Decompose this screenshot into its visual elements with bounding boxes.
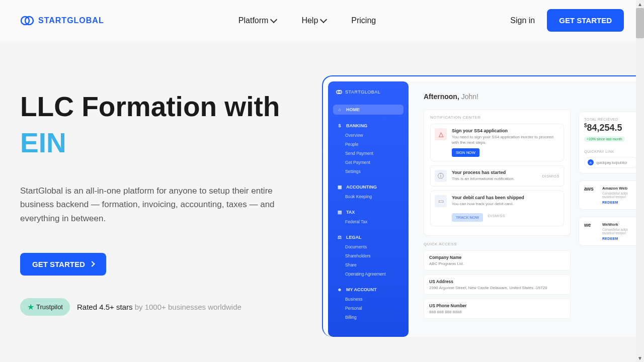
hero-description: StartGlobal is an all-in-one platform fo… bbox=[20, 184, 302, 225]
accounting-icon: ▦ bbox=[337, 185, 342, 190]
qa-phone-label: US Phone Number bbox=[429, 303, 565, 308]
notification-sign-ss4: △ Sign your SS4 application You need to … bbox=[430, 124, 564, 161]
mock-sidebar: STARTGLOBAL ⌂ HOME $ BANKING Overview Pe… bbox=[328, 81, 409, 337]
sidebar-sub-people[interactable]: People bbox=[333, 140, 404, 149]
signin-link[interactable]: Sign in bbox=[510, 16, 535, 25]
legal-icon: ⚖ bbox=[337, 235, 342, 240]
wework-desc: Consectetur adipi eiusmod tempor. bbox=[602, 228, 638, 235]
hero-get-started-button[interactable]: GET STARTED bbox=[20, 253, 106, 276]
qa-company-value: ABC Programs Ltd. bbox=[429, 261, 565, 266]
quickpay-url: quickpay.to/publicr bbox=[596, 160, 627, 165]
sidebar-sub-documents[interactable]: Documents bbox=[333, 242, 404, 251]
aws-logo: aws bbox=[584, 186, 598, 192]
quick-access-company: Company Name ABC Programs Ltd. bbox=[424, 250, 571, 270]
redeem-wework-button[interactable]: REDEEM bbox=[602, 237, 638, 240]
trustpilot-label: Trustpilot bbox=[36, 303, 63, 311]
mock-brand: STARTGLOBAL bbox=[333, 89, 404, 95]
sidebar-item-banking[interactable]: $ BANKING bbox=[333, 121, 404, 131]
aws-desc: Consectetur adipi eiusmod tempor. bbox=[602, 192, 638, 199]
notification-debit-card: ▭ Your debit card has been shipped You c… bbox=[430, 191, 564, 226]
user-icon: ☻ bbox=[337, 287, 342, 292]
track-now-button[interactable]: TRACK NOW bbox=[452, 213, 483, 222]
sidebar-tax-label: TAX bbox=[346, 210, 355, 215]
quick-access-phone: US Phone Number 888 888 888 8888 bbox=[424, 299, 571, 319]
header-right: Sign in GET STARTED bbox=[510, 9, 624, 32]
brand-logo[interactable]: STARTGLOBAL bbox=[20, 16, 104, 26]
card-icon: ▭ bbox=[435, 195, 447, 207]
tax-icon: ▤ bbox=[337, 210, 342, 215]
sidebar-item-home[interactable]: ⌂ HOME bbox=[333, 105, 404, 115]
sidebar-account-label: MY ACCOUNT bbox=[346, 287, 377, 292]
brand-name: STARTGLOBAL bbox=[38, 16, 104, 25]
nav-help-label: Help bbox=[301, 16, 318, 25]
hero-cta-label: GET STARTED bbox=[32, 260, 85, 268]
top-nav: Platform Help Pricing bbox=[238, 16, 376, 25]
dismiss-button[interactable]: DISMISS bbox=[542, 174, 559, 178]
sidebar-sub-business[interactable]: Business bbox=[333, 295, 404, 304]
quick-access-address: US Address 2390 Argonne Street, New Cast… bbox=[424, 275, 571, 295]
scroll-up-icon[interactable]: ▲ bbox=[636, 0, 644, 8]
sidebar-sub-federal-tax[interactable]: Federal Tax bbox=[333, 217, 404, 226]
nav-help[interactable]: Help bbox=[301, 16, 326, 25]
scroll-down-icon[interactable]: ▼ bbox=[636, 354, 644, 362]
scroll-thumb[interactable] bbox=[636, 8, 644, 38]
sidebar-sub-settings[interactable]: Settings bbox=[333, 167, 404, 176]
mock-main: Afternoon, John! NOTIFICATION CENTER △ S… bbox=[409, 81, 579, 337]
nav-pricing-label: Pricing bbox=[351, 16, 376, 25]
notif1-title: Sign your SS4 application bbox=[452, 128, 559, 133]
nav-platform[interactable]: Platform bbox=[238, 16, 277, 25]
greeting-name: John! bbox=[459, 93, 478, 101]
sidebar-banking-label: BANKING bbox=[346, 123, 367, 128]
qa-addr-label: US Address bbox=[429, 279, 565, 284]
sidebar-home-label: HOME bbox=[346, 107, 360, 112]
scrollbar[interactable]: ▲ ▼ bbox=[636, 0, 644, 362]
bank-icon: $ bbox=[337, 123, 342, 128]
product-mockup: STARTGLOBAL ⌂ HOME $ BANKING Overview Pe… bbox=[322, 75, 644, 337]
sidebar-item-legal[interactable]: ⚖ LEGAL bbox=[333, 232, 404, 242]
mock-right-column: TOTAL RECIEVED $84,254.5 +10% since last… bbox=[579, 81, 644, 337]
partner-aws-card: aws Amazon Web Consectetur adipi eiusmod… bbox=[579, 180, 644, 210]
sidebar-sub-bookkeeping[interactable]: Book Keeping bbox=[333, 192, 404, 201]
hero-title: LLC Formation with bbox=[20, 91, 302, 123]
trustpilot-badge[interactable]: ★ Trustpilot bbox=[20, 298, 70, 316]
sidebar-sub-shareholders[interactable]: Shareholders bbox=[333, 251, 404, 260]
trustpilot-text: Rated 4.5+ stars by 1000+ businesses wor… bbox=[77, 303, 242, 311]
sidebar-sub-overview[interactable]: Overview bbox=[333, 131, 404, 140]
warning-icon: △ bbox=[435, 128, 447, 140]
sidebar-sub-share[interactable]: Share bbox=[333, 260, 404, 269]
chevron-down-icon bbox=[320, 16, 327, 23]
greeting: Afternoon, John! bbox=[424, 93, 571, 101]
sidebar-item-my-account[interactable]: ☻ MY ACCOUNT bbox=[333, 285, 404, 295]
chevron-down-icon bbox=[270, 16, 277, 23]
sidebar-item-accounting[interactable]: ▦ ACCOUNTING bbox=[333, 182, 404, 192]
redeem-aws-button[interactable]: REDEEM bbox=[602, 201, 638, 204]
get-started-label: GET STARTED bbox=[559, 16, 612, 25]
sidebar-sub-send-payment[interactable]: Send Payment bbox=[333, 149, 404, 158]
sidebar-sub-op-agreement[interactable]: Operating Agreement bbox=[333, 269, 404, 279]
notif3-title: Your debit card has been shipped bbox=[452, 195, 559, 200]
sidebar-sub-billing[interactable]: Billing bbox=[333, 313, 404, 322]
sidebar-sub-get-payment[interactable]: Get Payment bbox=[333, 158, 404, 167]
sign-now-button[interactable]: SIGN NOW bbox=[452, 148, 479, 157]
trustpilot-row: ★ Trustpilot Rated 4.5+ stars by 1000+ b… bbox=[20, 298, 302, 316]
brand-logo-icon bbox=[20, 16, 34, 26]
sidebar-sub-personal[interactable]: Personal bbox=[333, 304, 404, 313]
sidebar-item-tax[interactable]: ▤ TAX bbox=[333, 207, 404, 217]
notification-process-started: ⓘ Your process has started This is an in… bbox=[430, 165, 564, 187]
qa-addr-value: 2390 Argonne Street, New Castle Delaware… bbox=[429, 286, 565, 290]
dismiss-button-2[interactable]: DISMISS bbox=[488, 214, 505, 218]
star-icon: ★ bbox=[27, 302, 34, 312]
total-amount: $84,254.5 bbox=[584, 123, 638, 133]
sidebar-legal-label: LEGAL bbox=[346, 235, 362, 240]
growth-chip: +10% since last month bbox=[584, 136, 625, 142]
quickpay-link[interactable]: ⎋ quickpay.to/publicr bbox=[584, 157, 638, 168]
link-icon: ⎋ bbox=[588, 159, 594, 165]
notification-center-card: NOTIFICATION CENTER △ Sign your SS4 appl… bbox=[424, 110, 571, 236]
wework-logo: we bbox=[584, 222, 598, 228]
wework-name: WeWork bbox=[602, 222, 638, 227]
partner-wework-card: we WeWork Consectetur adipi eiusmod temp… bbox=[579, 217, 644, 246]
get-started-button[interactable]: GET STARTED bbox=[547, 9, 624, 32]
trust-by: by 1000+ businesses worldwide bbox=[135, 303, 242, 311]
nav-pricing[interactable]: Pricing bbox=[351, 16, 376, 25]
notification-center-heading: NOTIFICATION CENTER bbox=[430, 115, 564, 120]
